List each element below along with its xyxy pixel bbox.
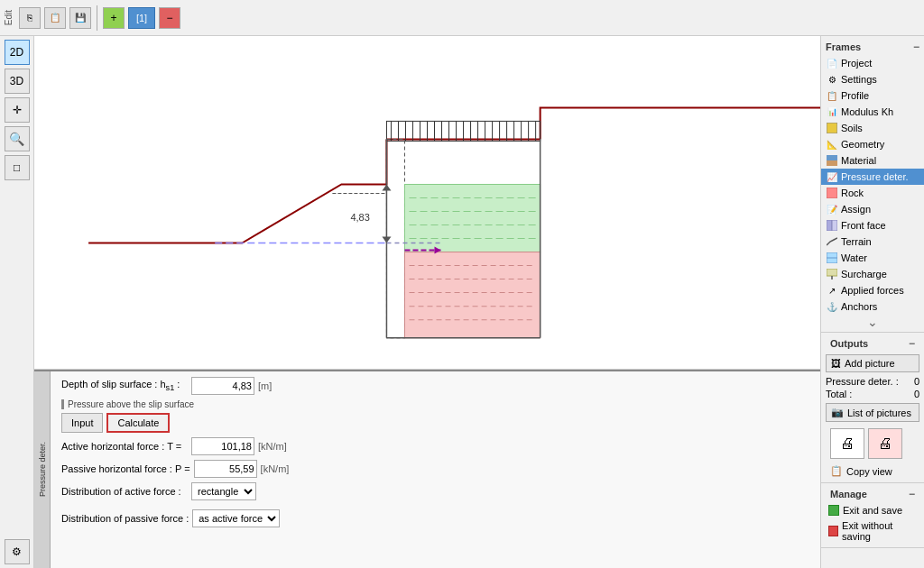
toolbar-copy-btn[interactable]: ⎘ — [19, 7, 41, 29]
profile-label: Profile — [841, 90, 869, 101]
pressure-deter-label: Pressure deter. — [841, 171, 909, 182]
btn-zoom[interactable]: 🔍 — [5, 126, 30, 151]
outputs-minimize[interactable]: − — [909, 337, 915, 350]
project-label: Project — [841, 58, 872, 69]
edit-label: Edit — [4, 10, 14, 25]
depth-unit: [m] — [258, 380, 272, 391]
print-preview-btn[interactable]: 🖨 — [868, 428, 902, 459]
assign-icon: 📝 — [826, 203, 838, 215]
panel-item-water[interactable]: Water — [821, 250, 924, 266]
exit-nosave-label: Exit without saving — [842, 520, 917, 542]
panel-item-terrain[interactable]: Terrain — [821, 234, 924, 250]
svg-rect-55 — [827, 269, 837, 276]
btn-3d[interactable]: 3D — [5, 69, 30, 94]
copy-view-label: Copy view — [846, 466, 892, 477]
total-output-row: Total : 0 — [826, 388, 919, 400]
passive-dist-select[interactable]: as active force — [192, 509, 280, 527]
manage-section: Manage − Exit and save Exit without savi… — [821, 483, 924, 548]
list-pictures-btn[interactable]: 📷 List of pictures — [826, 403, 919, 422]
surcharge-icon — [826, 268, 838, 280]
profile-icon: 📋 — [826, 89, 838, 102]
manage-minimize[interactable]: − — [909, 488, 915, 500]
surcharge-label: Surcharge — [841, 269, 887, 279]
frames-minimize[interactable]: − — [913, 41, 919, 53]
terrain-label: Terrain — [841, 236, 872, 247]
panel-item-applied-forces[interactable]: ↗ Applied forces — [821, 282, 924, 298]
depth-label: Depth of slip surface : hs1 : — [61, 379, 188, 392]
applied-forces-label: Applied forces — [841, 285, 904, 296]
main-canvas-svg: 4,83 — [34, 36, 820, 369]
center-area: 4,83 Pressure deter. Depth of slip surfa… — [34, 36, 820, 568]
list-pictures-icon: 📷 — [831, 407, 844, 418]
exit-nosave-btn[interactable]: Exit without saving — [826, 518, 919, 544]
exit-save-btn[interactable]: Exit and save — [826, 503, 919, 518]
btn-settings[interactable]: ⚙ — [5, 539, 30, 564]
show-more-btn[interactable]: ⌄ — [821, 315, 924, 329]
active-dist-select[interactable]: rectangle — [191, 482, 256, 500]
panel-item-pressure-deter[interactable]: 📈 Pressure deter. — [821, 169, 924, 185]
print-btn[interactable]: 🖨 — [830, 428, 864, 459]
buttons-row: Input Calculate — [61, 413, 811, 433]
passive-force-unit: [kN/m] — [261, 463, 290, 474]
settings-icon: ⚙ — [826, 73, 838, 86]
manage-header: Manage − — [826, 486, 919, 502]
panel-item-material[interactable]: Material — [821, 152, 924, 169]
svg-rect-29 — [404, 252, 540, 338]
stage-label: [1] — [128, 7, 155, 29]
pressure-deter-icon: 📈 — [826, 170, 838, 183]
btn-select[interactable]: □ — [5, 155, 30, 180]
total-value: 0 — [914, 389, 919, 399]
input-button[interactable]: Input — [61, 413, 103, 433]
svg-rect-24 — [404, 184, 540, 252]
front-face-label: Front face — [841, 220, 886, 231]
passive-dist-label: Distribution of passive force : — [61, 513, 189, 524]
soils-icon — [826, 122, 838, 134]
panel-item-geometry[interactable]: 📐 Geometry — [821, 136, 924, 152]
svg-rect-48 — [827, 155, 837, 160]
total-label: Total : — [826, 389, 852, 399]
rock-label: Rock — [841, 188, 864, 198]
water-label: Water — [841, 252, 867, 263]
panel-item-profile[interactable]: 📋 Profile — [821, 87, 924, 104]
pressure-deter-output-value: 0 — [914, 376, 919, 387]
passive-force-input[interactable] — [194, 460, 257, 478]
active-force-label: Active horizontal force : T = — [61, 441, 188, 452]
btn-2d[interactable]: 2D — [5, 40, 30, 65]
canvas-area[interactable]: 4,83 — [34, 36, 820, 370]
copy-view-btn[interactable]: 📋 Copy view — [826, 463, 919, 480]
bottom-vertical-label: Pressure deter. — [34, 371, 51, 568]
active-dist-label: Distribution of active force : — [61, 486, 188, 497]
modulus-icon: 📊 — [826, 105, 838, 118]
add-picture-label: Add picture — [845, 358, 895, 369]
calculate-button[interactable]: Calculate — [106, 413, 170, 433]
svg-rect-47 — [827, 123, 837, 133]
stage-add-btn[interactable]: + — [103, 7, 125, 29]
add-picture-btn[interactable]: 🖼 Add picture — [826, 354, 919, 372]
outputs-section: Outputs − 🖼 Add picture Pressure deter. … — [821, 333, 924, 483]
panel-item-rock[interactable]: Rock — [821, 185, 924, 201]
applied-forces-icon: ↗ — [826, 284, 838, 297]
panel-item-front-face[interactable]: Front face — [821, 217, 924, 234]
depth-input[interactable] — [191, 377, 254, 395]
manage-title: Manage — [830, 489, 867, 499]
svg-rect-49 — [827, 160, 837, 166]
panel-item-anchors[interactable]: ⚓ Anchors — [821, 298, 924, 315]
stage-remove-btn[interactable]: − — [159, 7, 180, 29]
depth-row: Depth of slip surface : hs1 : [m] — [61, 377, 811, 395]
toolbar-paste-btn[interactable]: 📋 — [44, 7, 66, 29]
panel-item-soils[interactable]: Soils — [821, 120, 924, 136]
settings-label: Settings — [841, 74, 877, 85]
pressure-deter-output-row: Pressure deter. : 0 — [826, 375, 919, 388]
panel-item-surcharge[interactable]: Surcharge — [821, 266, 924, 282]
front-face-icon — [826, 219, 838, 232]
btn-move[interactable]: ✛ — [5, 97, 30, 123]
panel-item-project[interactable]: 📄 Project — [821, 55, 924, 71]
panel-item-assign[interactable]: 📝 Assign — [821, 201, 924, 217]
active-force-input[interactable] — [191, 437, 254, 455]
main-layout: 2D 3D ✛ 🔍 □ ⚙ — [0, 36, 924, 568]
toolbar-sep1 — [97, 5, 97, 31]
panel-item-settings[interactable]: ⚙ Settings — [821, 71, 924, 87]
toolbar-save-btn[interactable]: 💾 — [69, 7, 91, 29]
panel-item-modulus[interactable]: 📊 Modulus Kh — [821, 104, 924, 120]
geometry-label: Geometry — [841, 139, 884, 150]
